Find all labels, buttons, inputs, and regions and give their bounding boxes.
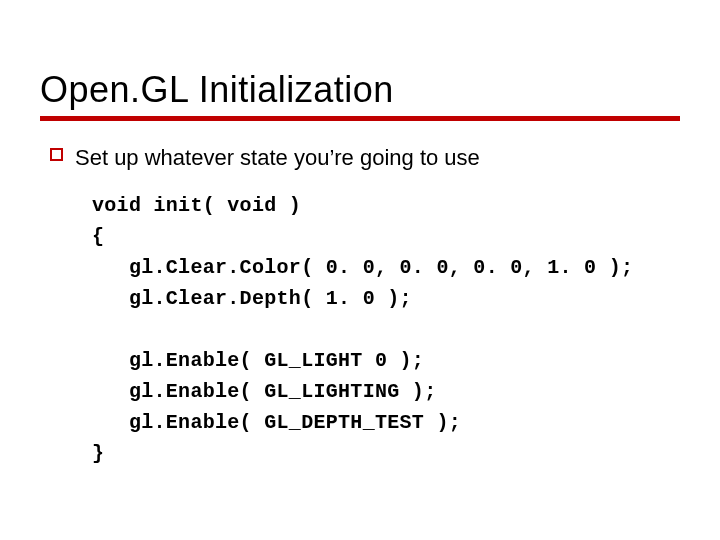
slide: Open.GL Initialization Set up whatever s… [0, 0, 720, 540]
bullet-text: Set up whatever state you’re going to us… [75, 143, 480, 173]
code-block: void init( void ) { gl.Clear.Color( 0. 0… [92, 190, 680, 469]
square-bullet-icon [50, 148, 63, 161]
page-title: Open.GL Initialization [40, 70, 680, 110]
title-underline [40, 116, 680, 121]
bullet-item: Set up whatever state you’re going to us… [50, 143, 680, 173]
